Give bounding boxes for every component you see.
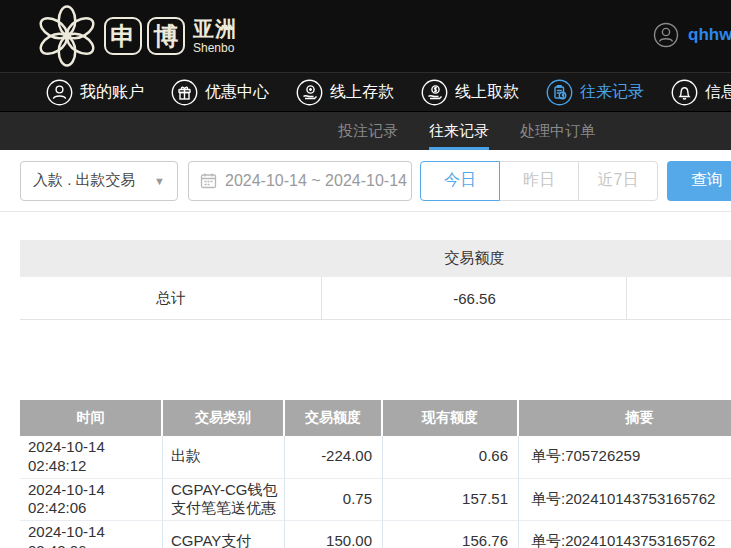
transaction-type-select[interactable]: 入款 . 出款交易 ▼ xyxy=(20,161,178,201)
cell-type: CGPAY支付 xyxy=(163,521,285,548)
bell-icon xyxy=(671,79,698,106)
cell-amount: 150.00 xyxy=(285,521,383,548)
deposit-icon xyxy=(296,79,323,106)
user-avatar-icon xyxy=(653,22,679,48)
today-button[interactable]: 今日 xyxy=(420,161,500,201)
header-summary: 摘要 xyxy=(519,400,731,436)
summary-header-row: 交易额度 xyxy=(20,240,731,277)
cell-time: 2024-10-14 02:42:06 xyxy=(20,521,163,548)
tab-pending-orders[interactable]: 处理中订单 xyxy=(520,112,595,150)
filter-toolbar: 入款 . 出款交易 ▼ 2024-10-14 ~ 2024-10-14 今日 昨… xyxy=(0,150,731,212)
username-text: qhhw xyxy=(688,25,731,45)
nav-item-my-account[interactable]: 我的账户 xyxy=(46,79,144,106)
top-header-bar: 申 博 亚洲 Shenbo qhhw xyxy=(0,0,731,72)
cell-amount: 0.75 xyxy=(285,479,383,522)
brand-char-shen: 申 xyxy=(104,17,142,55)
tab-transaction-records[interactable]: 往来记录 xyxy=(429,112,489,150)
cell-summary: 单号:202410143753165762 xyxy=(519,521,731,548)
cell-time: 2024-10-14 02:48:12 xyxy=(20,436,163,479)
header-balance: 现有额度 xyxy=(383,400,519,436)
summary-table: 交易额度 总计 -66.56 xyxy=(20,240,731,320)
yesterday-button[interactable]: 昨日 xyxy=(499,161,579,201)
records-subnav: 投注记录 往来记录 处理中订单 xyxy=(0,112,731,150)
user-account-button[interactable]: qhhw xyxy=(653,22,731,48)
table-row: 2024-10-14 02:42:06 CGPAY支付 150.00 156.7… xyxy=(20,521,731,548)
cell-summary: 单号:705726259 xyxy=(519,436,731,479)
summary-total-row: 总计 -66.56 xyxy=(20,277,731,320)
main-navigation: 我的账户 优惠中心 线上存款 xyxy=(0,72,731,112)
nav-item-promotions[interactable]: 优惠中心 xyxy=(171,79,269,106)
brand-region: 亚洲 Shenbo xyxy=(193,18,237,54)
nav-item-records[interactable]: 往来记录 xyxy=(546,79,644,106)
records-icon xyxy=(546,79,573,106)
brand-region-en: Shenbo xyxy=(193,42,237,54)
header-time: 时间 xyxy=(20,400,163,436)
account-icon xyxy=(46,79,73,106)
cell-time: 2024-10-14 02:42:06 xyxy=(20,479,163,522)
summary-total-label: 总计 xyxy=(20,277,322,320)
nav-item-label: 我的账户 xyxy=(80,82,144,103)
cell-type: CGPAY-CG钱包支付笔笔送优惠 xyxy=(163,479,285,522)
summary-total-spacer xyxy=(626,277,731,320)
summary-header-spacer xyxy=(20,240,322,277)
transactions-table: 时间 交易类别 交易额度 现有额度 摘要 2024-10-14 02:48:12… xyxy=(20,400,731,548)
chevron-down-icon: ▼ xyxy=(154,175,165,187)
gift-icon xyxy=(171,79,198,106)
summary-header-spacer xyxy=(627,240,731,277)
table-row: 2024-10-14 02:42:06 CGPAY-CG钱包支付笔笔送优惠 0.… xyxy=(20,479,731,522)
calendar-icon xyxy=(200,172,217,189)
nav-item-label: 线上取款 xyxy=(455,82,519,103)
brand-char-bo: 博 xyxy=(147,17,185,55)
withdraw-icon xyxy=(421,79,448,106)
cell-balance: 156.76 xyxy=(383,521,519,548)
summary-total-value: -66.56 xyxy=(321,277,627,320)
last7days-button[interactable]: 近7日 xyxy=(578,161,658,201)
nav-item-label: 信息中心 xyxy=(705,82,731,103)
summary-header-label: 交易额度 xyxy=(322,240,627,277)
nav-item-label: 往来记录 xyxy=(580,82,644,103)
transaction-type-value: 入款 . 出款交易 xyxy=(33,171,136,190)
cell-amount: -224.00 xyxy=(285,436,383,479)
date-range-input[interactable]: 2024-10-14 ~ 2024-10-14 xyxy=(188,161,412,201)
transaction-records-page: { "brand": { "logo_char1": "申", "logo_ch… xyxy=(0,0,731,548)
nav-item-withdraw[interactable]: 线上取款 xyxy=(421,79,519,106)
cell-balance: 0.66 xyxy=(383,436,519,479)
quick-range-group: 今日 昨日 近7日 xyxy=(420,161,658,201)
cell-balance: 157.51 xyxy=(383,479,519,522)
nav-item-messages[interactable]: 信息中心 xyxy=(671,79,731,106)
header-amount: 交易额度 xyxy=(285,400,383,436)
cell-summary: 单号:202410143753165762 xyxy=(519,479,731,522)
brand-region-cn: 亚洲 xyxy=(193,18,237,39)
date-range-value: 2024-10-14 ~ 2024-10-14 xyxy=(225,172,407,190)
nav-item-label: 优惠中心 xyxy=(205,82,269,103)
tab-betting-records[interactable]: 投注记录 xyxy=(338,112,398,150)
query-button[interactable]: 查询 xyxy=(667,161,731,201)
header-type: 交易类别 xyxy=(163,400,285,436)
transactions-table-header: 时间 交易类别 交易额度 现有额度 摘要 xyxy=(20,400,731,436)
transactions-table-body: 2024-10-14 02:48:12 出款 -224.00 0.66 单号:7… xyxy=(20,436,731,548)
nav-item-label: 线上存款 xyxy=(330,82,394,103)
cell-type: 出款 xyxy=(163,436,285,479)
brand-flower-logo-icon xyxy=(36,5,98,67)
nav-item-deposit[interactable]: 线上存款 xyxy=(296,79,394,106)
table-row: 2024-10-14 02:48:12 出款 -224.00 0.66 单号:7… xyxy=(20,436,731,479)
